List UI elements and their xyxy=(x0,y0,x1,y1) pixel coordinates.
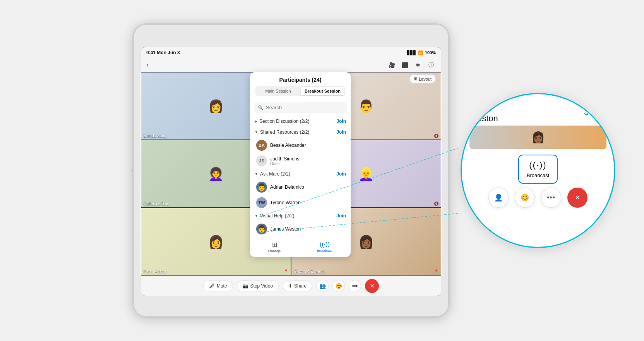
layout-icon: ⊞ xyxy=(414,76,417,81)
share-label: Share xyxy=(294,283,307,289)
layout-label: Layout xyxy=(419,77,432,81)
main-session-tab[interactable]: Main Session xyxy=(256,87,300,95)
ipad-side-dot xyxy=(131,169,133,172)
member-james: 👨 James Weston xyxy=(250,221,351,237)
zoom-circle: Join eston 👩🏾 ((·)) Broadcast 👤 😊 ••• ✕ xyxy=(461,93,615,248)
manage-btn[interactable]: ⊞ Manage xyxy=(265,239,284,255)
james-avatar: 👨 xyxy=(256,224,267,234)
chevron-down-icon-3: ▼ xyxy=(255,214,258,218)
bessie-name: Bessie Alexander xyxy=(270,143,344,148)
chevron-down-icon: ▼ xyxy=(255,130,258,134)
end-call-icon: ✕ xyxy=(370,282,375,289)
zoom-name-snippet: eston xyxy=(477,114,498,123)
manage-icon: ⊞ xyxy=(272,241,277,248)
section-askmarc-label: Ask Marc (2/2) xyxy=(260,171,336,177)
section-discussion-label: Section Discussion (2/2) xyxy=(259,119,336,124)
giacomo-mic: 📍 xyxy=(434,269,438,274)
participants-button[interactable]: 👥 xyxy=(316,280,329,292)
breakout-session-tab[interactable]: Breakout Session xyxy=(301,87,344,95)
section-askmarc-row[interactable]: ▼ Ask Marc (2/2) Join xyxy=(250,169,351,179)
wifi-icon: 📶 xyxy=(418,50,423,55)
zoom-emoji-btn[interactable]: 😊 xyxy=(515,188,535,208)
brenda-name: Brenda Song xyxy=(144,134,166,138)
section-visualhelp-label: Visual Help (2/2) xyxy=(260,213,336,219)
chevron-right-icon: ▶ xyxy=(255,119,257,123)
search-icon: 🔍 xyxy=(258,105,264,110)
adrian-avatar: 👨 xyxy=(256,182,267,193)
info-icon[interactable]: ⓘ xyxy=(426,60,436,70)
zoom-more-btn[interactable]: ••• xyxy=(541,188,561,208)
zoom-more-icon: ••• xyxy=(547,194,555,202)
stop-video-button[interactable]: 📷 Stop Video xyxy=(237,281,279,291)
camera-icon[interactable]: 🎥 xyxy=(387,60,396,70)
section-discussion-join[interactable]: Join xyxy=(336,119,346,124)
zoom-participants-btn[interactable]: 👤 xyxy=(488,188,509,208)
section-shared-join[interactable]: Join xyxy=(336,129,346,135)
panel-header: Participants (24) Main Session Breakout … xyxy=(250,72,351,99)
james-info: James Weston xyxy=(270,226,344,232)
barbara-mic: 🔇 xyxy=(434,134,438,138)
bessie-avatar: BA xyxy=(256,140,267,151)
share-icon: ⬆ xyxy=(288,283,292,289)
camera-stop-icon: 📷 xyxy=(243,283,248,289)
top-bar: ‹ 🎥 ⬛ ✱ ⓘ xyxy=(141,58,441,72)
participants-panel: Participants (24) Main Session Breakout … xyxy=(250,72,351,257)
bessie-info: Bessie Alexander xyxy=(270,143,344,148)
section-shared-row[interactable]: ▼ Shared Resources (2/2) Join xyxy=(250,127,351,138)
status-time: 9:41 Mon Jun 3 xyxy=(146,50,180,55)
broadcast-box: ((·)) Broadcast xyxy=(518,155,558,184)
session-tabs: Main Session Breakout Session xyxy=(255,86,345,96)
zoom-join-label[interactable]: Join xyxy=(584,106,603,118)
battery-text: 100% xyxy=(425,50,436,55)
judith-avatar: JS xyxy=(256,155,267,166)
section-discussion-row[interactable]: ▶ Section Discussion (2/2) Join xyxy=(250,116,351,127)
screen-share-icon[interactable]: ⬛ xyxy=(400,60,409,70)
section-shared-label: Shared Resources (2/2) xyxy=(260,129,336,135)
zoom-end-btn[interactable]: ✕ xyxy=(567,188,587,208)
judith-role: Guest xyxy=(270,162,344,166)
broadcast-wave-icon: ((·)) xyxy=(529,160,546,170)
status-icons: ▋▋▋ 📶 100% xyxy=(407,50,436,55)
judith-name: Judith Simons xyxy=(270,156,344,162)
karen-name: Karen Adams xyxy=(144,269,167,274)
zoom-participants-icon: 👤 xyxy=(494,193,503,202)
emoji-button[interactable]: 😊 xyxy=(332,280,345,292)
broadcast-panel-label: Broadcast xyxy=(317,249,333,253)
zoom-end-icon: ✕ xyxy=(575,193,581,202)
member-adrian: 👨 Adrian Delamico xyxy=(250,179,351,195)
mute-button[interactable]: 🎤 Mute xyxy=(203,281,233,291)
more-icon: ••• xyxy=(352,283,358,289)
section-visualhelp-row[interactable]: ▼ Visual Help (2/2) Join xyxy=(250,210,351,221)
share-button[interactable]: ⬆ Share xyxy=(283,281,312,291)
judith-info: Judith Simons Guest xyxy=(270,156,344,166)
participants-icon: 👥 xyxy=(319,283,326,289)
search-box[interactable]: 🔍 xyxy=(254,102,347,113)
member-bessie: BA Bessie Alexander xyxy=(250,138,351,153)
layout-button[interactable]: ⊞ Layout xyxy=(409,74,436,83)
mic-icon: 🎤 xyxy=(209,283,215,289)
broadcast-panel-btn[interactable]: ((·)) Broadcast xyxy=(314,239,336,255)
catherine-name: Catherine Sinu xyxy=(144,202,169,206)
zoom-emoji-icon: 😊 xyxy=(521,193,529,202)
chevron-down-icon-2: ▼ xyxy=(255,172,258,176)
ipad-frame: 9:41 Mon Jun 3 ▋▋▋ 📶 100% ‹ 🎥 ⬛ ✱ ⓘ ⊞ La… xyxy=(132,23,450,318)
adrian-info: Adrian Delamico xyxy=(270,184,344,190)
zoom-action-row: 👤 😊 ••• ✕ xyxy=(481,184,595,212)
more-button[interactable]: ••• xyxy=(349,280,361,292)
alison-mic: 🔇 xyxy=(434,202,438,206)
tyrone-name: Tyrone Warren xyxy=(270,200,344,205)
karen-mic: 📍 xyxy=(284,269,288,274)
section-visualhelp-join[interactable]: Join xyxy=(336,213,346,219)
tyrone-avatar: TW xyxy=(256,197,267,208)
broadcast-box-label: Broadcast xyxy=(527,172,550,178)
panel-list: ▶ Section Discussion (2/2) Join ▼ Shared… xyxy=(250,116,351,237)
top-icons: 🎥 ⬛ ✱ ⓘ xyxy=(387,60,436,70)
back-button[interactable]: ‹ xyxy=(146,61,149,69)
member-judith: JS Judith Simons Guest xyxy=(250,153,351,169)
end-call-button[interactable]: ✕ xyxy=(365,279,379,293)
section-askmarc-join[interactable]: Join xyxy=(336,171,346,177)
search-input[interactable] xyxy=(266,105,343,110)
bluetooth-icon[interactable]: ✱ xyxy=(413,60,423,70)
giacomo-name: Giacomo Edward... xyxy=(294,269,327,274)
signal-icon: ▋▋▋ xyxy=(407,50,416,55)
